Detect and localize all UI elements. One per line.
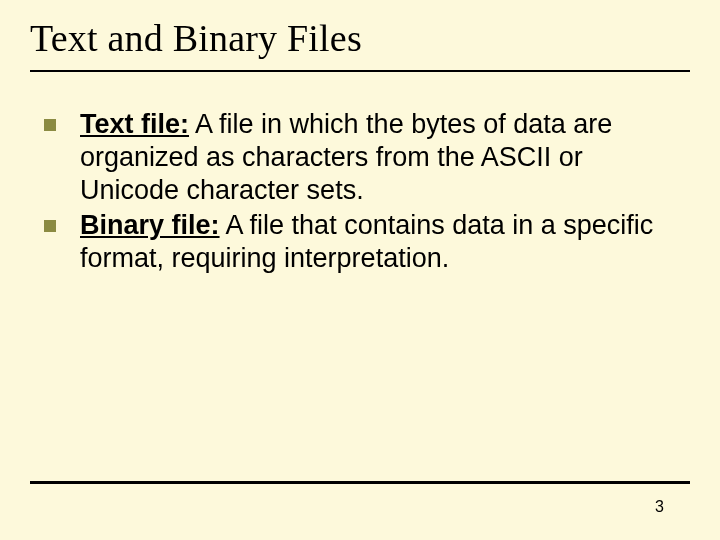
slide: Text and Binary Files Text file: A file …	[0, 0, 720, 540]
title-underline	[30, 70, 690, 72]
list-item: Binary file: A file that contains data i…	[40, 209, 670, 275]
slide-body: Text file: A file in which the bytes of …	[40, 108, 670, 277]
term: Binary file:	[80, 210, 220, 240]
term: Text file:	[80, 109, 189, 139]
page-number: 3	[655, 498, 664, 516]
square-bullet-icon	[44, 220, 56, 232]
footer-rule	[30, 481, 690, 484]
slide-title: Text and Binary Files	[30, 16, 362, 60]
list-item: Text file: A file in which the bytes of …	[40, 108, 670, 207]
list-item-text: Binary file: A file that contains data i…	[80, 209, 670, 275]
list-item-text: Text file: A file in which the bytes of …	[80, 108, 670, 207]
square-bullet-icon	[44, 119, 56, 131]
